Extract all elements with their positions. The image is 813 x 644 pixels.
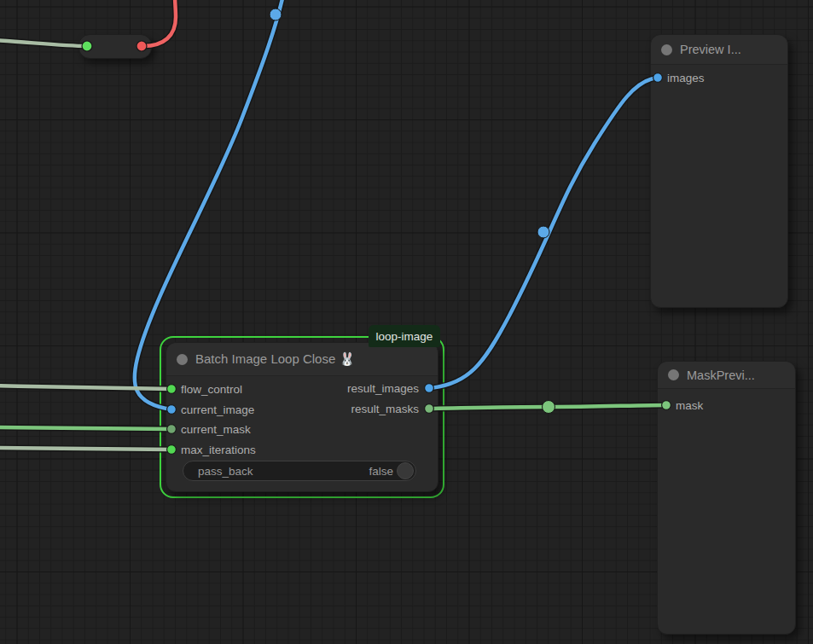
node-title-bar[interactable]: Batch Image Loop Close 🐰 xyxy=(166,343,438,376)
pass-back-toggle-widget[interactable]: pass_back false xyxy=(183,461,416,481)
node-preview-image[interactable]: Preview I... images xyxy=(650,34,788,308)
link-midpoint-dot[interactable] xyxy=(270,9,282,20)
link-midpoint-dot[interactable] xyxy=(537,226,549,238)
input-label-mask: mask xyxy=(676,396,703,416)
node-graph-canvas[interactable]: loop-image Batch Image Loop Close 🐰 flow… xyxy=(0,0,813,644)
node-title-bar[interactable]: Preview I... xyxy=(651,35,787,65)
input-label-max-iterations: max_iterations xyxy=(181,440,256,461)
input-label-flow-control: flow_control xyxy=(181,380,242,400)
collapse-dot-icon[interactable] xyxy=(177,354,188,365)
output-label-result-masks: result_masks xyxy=(351,399,419,420)
node-title: Batch Image Loop Close 🐰 xyxy=(195,351,355,367)
widget-value: false xyxy=(369,465,397,478)
node-batch-image-loop-close[interactable]: Batch Image Loop Close 🐰 flow_control cu… xyxy=(166,342,438,492)
link-result-images-to-preview[interactable] xyxy=(429,78,658,388)
output-label-result-images: result_images xyxy=(347,379,419,399)
node-title: Preview I... xyxy=(680,43,741,56)
link-midpoint-dot[interactable] xyxy=(543,401,555,414)
input-label-current-mask: current_mask xyxy=(181,420,251,440)
collapse-dot-icon[interactable] xyxy=(661,44,672,55)
link-current-mask[interactable] xyxy=(0,427,171,429)
link-flow-control[interactable] xyxy=(0,386,171,389)
link-result-masks-to-mask[interactable] xyxy=(429,405,666,409)
input-label-images: images xyxy=(667,68,705,89)
loop-image-badge: loop-image xyxy=(369,325,440,347)
toggle-knob-icon[interactable] xyxy=(397,462,414,479)
collapse-dot-icon[interactable] xyxy=(668,369,679,380)
input-label-current-image: current_image xyxy=(181,400,254,421)
widget-name: pass_back xyxy=(183,465,369,478)
node-title-bar[interactable]: MaskPrevi... xyxy=(658,362,795,389)
link-max-iterations[interactable] xyxy=(0,448,171,450)
collapsed-node[interactable] xyxy=(78,34,152,59)
node-title: MaskPrevi... xyxy=(687,368,755,382)
node-mask-preview[interactable]: MaskPrevi... mask xyxy=(657,361,796,635)
link-to-collapsed-node[interactable] xyxy=(0,40,87,46)
